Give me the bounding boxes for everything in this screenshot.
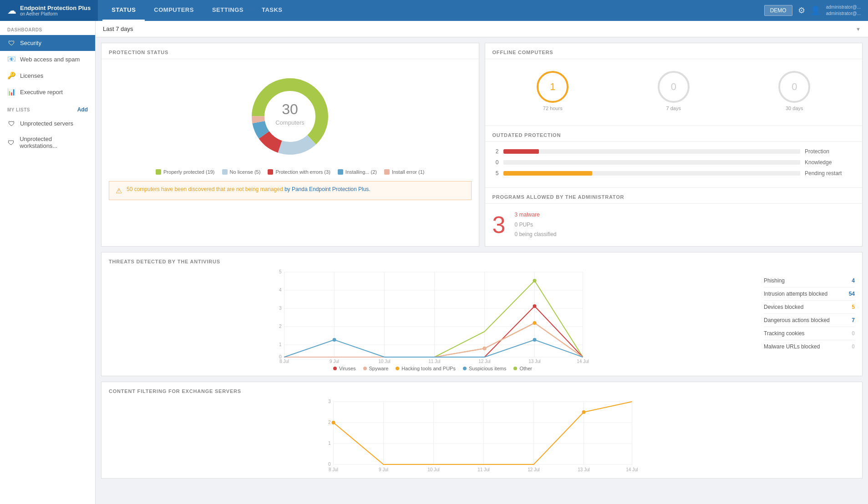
- svg-text:14 Jul: 14 Jul: [577, 359, 589, 364]
- legend-installing: Installing... (2): [338, 169, 377, 175]
- svg-text:0: 0: [328, 462, 331, 467]
- legend-dot-red: [268, 169, 273, 175]
- svg-text:3: 3: [279, 306, 282, 311]
- donut-container: 30 Computers: [109, 71, 472, 162]
- legend-dot-suspicious: [463, 367, 467, 370]
- stat-intrusion: Intrusion attempts blocked 54: [764, 287, 855, 301]
- brand-name: Endpoint Protection Plus: [20, 5, 91, 12]
- dot-hacking-13jul: [533, 321, 537, 325]
- sidebar-item-web-access[interactable]: 📧 Web access and spam: [0, 51, 95, 67]
- svg-text:11 Jul: 11 Jul: [477, 467, 490, 472]
- gear-icon[interactable]: ⚙: [798, 5, 805, 15]
- report-icon: 📊: [7, 88, 15, 96]
- gauge-label-7d: 7 days: [666, 106, 681, 111]
- date-filter-select[interactable]: Last 7 days Last 30 days Last 90 days: [103, 25, 856, 32]
- layout: DASHBOARDS 🛡 Security 📧 Web access and s…: [0, 21, 868, 504]
- my-lists-title: MY LISTS: [7, 107, 30, 112]
- tab-settings[interactable]: SETTINGS: [203, 0, 253, 21]
- svg-text:12 Jul: 12 Jul: [528, 467, 540, 472]
- sidebar-item-executive[interactable]: 📊 Executive report: [0, 84, 95, 100]
- sidebar-item-unprotected-workstations[interactable]: 🛡 Unprotected workstations...: [0, 131, 95, 153]
- gauge-label-30d: 30 days: [786, 106, 803, 111]
- legend-label-spyware: Spyware: [369, 366, 389, 371]
- offline-body: 1 72 hours 0 7 days 0 30 days: [485, 59, 863, 126]
- line-other: [284, 281, 583, 357]
- stat-val-intrusion: 54: [849, 291, 855, 297]
- offline-gauges: 1 72 hours 0 7 days 0 30 days: [492, 66, 855, 118]
- svg-text:1: 1: [328, 441, 331, 446]
- dot-viruses-13jul: [533, 304, 537, 308]
- programs-detail: 3 malware 0 PUPs 0 being classified: [514, 210, 556, 240]
- outdated-label-protection: Protection: [805, 148, 855, 155]
- threats-svg: 5 4 3 2 1 0: [109, 270, 756, 361]
- classified-text: 0 being classified: [514, 230, 556, 240]
- svg-text:13 Jul: 13 Jul: [578, 467, 590, 472]
- sidebar-security-label: Security: [20, 40, 41, 46]
- legend-errors: Protection with errors (3): [268, 169, 330, 175]
- warning-icon: ⚠: [116, 186, 122, 195]
- legend-dot-peach: [384, 169, 390, 175]
- tab-tasks[interactable]: TASKS: [253, 0, 292, 21]
- brand-sub: on Aether Platform: [20, 11, 91, 16]
- protection-status-title: PROTECTION STATUS: [102, 43, 479, 59]
- stat-val-dangerous: 7: [852, 317, 855, 323]
- donut-label: Computers: [275, 119, 305, 126]
- outdated-num-knowledge: 0: [492, 159, 499, 166]
- legend-label-green: Properly protected (19): [163, 169, 215, 175]
- outdated-row-protection: 2 Protection: [492, 148, 855, 155]
- date-filter-bar: Last 7 days Last 30 days Last 90 days ▼: [96, 21, 868, 37]
- threats-chart-section: THREATS DETECTED BY THE ANTIVIRUS 5 4 3 …: [101, 252, 863, 376]
- exchange-chart-title: CONTENT FILTERING FOR EXCHANGE SERVERS: [109, 388, 855, 394]
- svg-text:2: 2: [279, 324, 282, 329]
- nav-tabs: STATUS COMPUTERS SETTINGS TASKS: [102, 0, 291, 21]
- svg-text:13 Jul: 13 Jul: [528, 359, 541, 364]
- legend-other: Other: [513, 366, 532, 371]
- right-panel: OFFLINE COMPUTERS 1 72 hours 0 7 days 0: [485, 43, 863, 247]
- tab-status[interactable]: STATUS: [102, 0, 145, 21]
- line-viruses: [284, 306, 583, 357]
- tab-computers[interactable]: COMPUTERS: [145, 0, 203, 21]
- legend-label-blue-light: No license (5): [230, 169, 261, 175]
- warning-banner: ⚠ 50 computers have been discovered that…: [109, 181, 472, 200]
- warning-link[interactable]: by Panda Endpoint Protection Plus.: [284, 186, 371, 192]
- legend-label-blue: Installing... (2): [345, 169, 377, 175]
- svg-text:3: 3: [328, 399, 331, 404]
- legend-dot-blue-light: [222, 169, 228, 175]
- demo-button[interactable]: DEMO: [764, 5, 792, 16]
- gauge-circle-72h: 1: [537, 71, 569, 103]
- sidebar-item-unprotected-servers[interactable]: 🛡 Unprotected servers: [0, 116, 95, 131]
- threats-chart-title: THREATS DETECTED BY THE ANTIVIRUS: [109, 259, 855, 264]
- pups-text: 0 PUPs: [514, 220, 556, 230]
- dot-suspicious-9jul: [333, 338, 336, 342]
- dot-exchange-peak: [582, 410, 586, 414]
- stat-label-dangerous: Dangerous actions blocked: [764, 317, 830, 323]
- dropdown-arrow-icon: ▼: [856, 26, 861, 32]
- web-icon: 📧: [7, 55, 15, 63]
- legend-label-suspicious: Suspicious items: [469, 366, 507, 371]
- line-suspicious: [284, 340, 583, 357]
- legend-label-red: Protection with errors (3): [275, 169, 330, 175]
- stat-val-phishing: 4: [852, 277, 855, 284]
- sidebar-item-security[interactable]: 🛡 Security: [0, 35, 95, 51]
- outdated-row-restart: 5 Pending restart: [492, 170, 855, 176]
- legend-label-other: Other: [519, 366, 532, 371]
- warning-text: 50 computers have been discovered that a…: [127, 186, 371, 192]
- my-lists-header: MY LISTS Add: [0, 100, 95, 116]
- offline-title: OFFLINE COMPUTERS: [485, 43, 863, 59]
- license-icon: 🔑: [7, 71, 15, 80]
- protection-status-panel: PROTECTION STATUS: [101, 43, 479, 247]
- outdated-title: OUTDATED PROTECTION: [485, 126, 863, 142]
- svg-text:11 Jul: 11 Jul: [428, 359, 441, 364]
- legend-label-hacking: Hacking tools and PUPs: [401, 366, 456, 371]
- legend-properly-protected: Properly protected (19): [156, 169, 215, 175]
- outdated-body: 2 Protection 0 Knowledge: [485, 142, 863, 187]
- svg-text:9 Jul: 9 Jul: [330, 359, 339, 364]
- user-icon[interactable]: 👤: [811, 5, 821, 15]
- stat-malware-urls: Malware URLs blocked 0: [764, 340, 855, 353]
- sidebar-item-licenses[interactable]: 🔑 Licenses: [0, 67, 95, 84]
- programs-body: 3 3 malware 0 PUPs 0 being classified: [485, 204, 863, 246]
- legend-dot-blue: [338, 169, 343, 175]
- add-list-button[interactable]: Add: [77, 106, 88, 113]
- top-panels-row: PROTECTION STATUS: [101, 43, 863, 247]
- line-spyware: [284, 323, 583, 357]
